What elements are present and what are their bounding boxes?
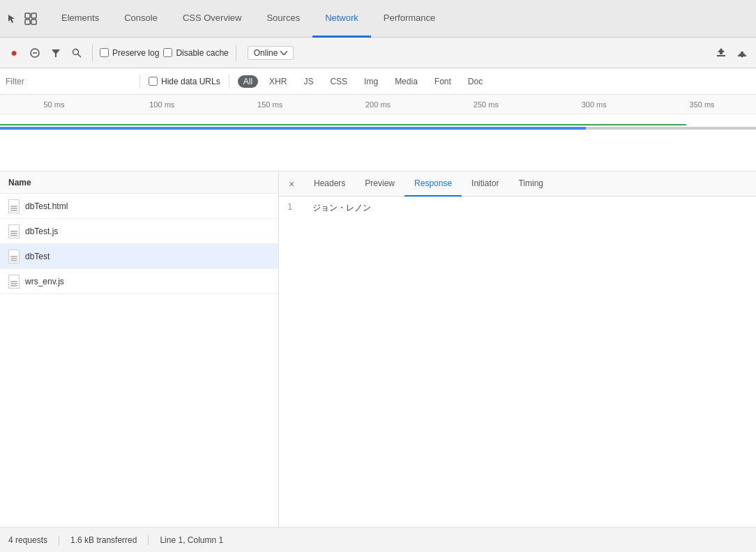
disable-cache-label: Disable cache: [176, 48, 228, 58]
svg-point-7: [73, 49, 79, 54]
filter-img-button[interactable]: Img: [358, 75, 384, 88]
tick-150ms: 150 ms: [216, 100, 324, 109]
timeline-green-line: [0, 124, 686, 125]
file-icon: [8, 250, 20, 263]
filter-media-button[interactable]: Media: [389, 75, 423, 88]
toolbar-divider-2: [236, 45, 236, 61]
toolbar: ● Preserve log Disable cache Online: [0, 38, 756, 68]
timeline-area: 50 ms 100 ms 150 ms 200 ms 250 ms 300 ms…: [0, 95, 756, 171]
tab-elements[interactable]: Elements: [49, 0, 112, 38]
tick-50ms: 50 ms: [0, 100, 108, 109]
response-tab-headers[interactable]: Headers: [304, 171, 355, 197]
file-name-wrs-env-js: wrs_env.js: [25, 277, 64, 286]
line-number: 1: [287, 202, 301, 521]
svg-marker-10: [718, 48, 725, 54]
tab-sources[interactable]: Sources: [254, 0, 312, 38]
tab-css-overview[interactable]: CSS Overview: [170, 0, 255, 38]
svg-rect-3: [31, 20, 36, 24]
download-button[interactable]: [734, 45, 750, 61]
filter-all-button[interactable]: All: [238, 75, 258, 88]
preserve-log-group[interactable]: Preserve log: [100, 48, 159, 58]
svg-rect-2: [25, 20, 30, 24]
disable-cache-checkbox[interactable]: [163, 48, 172, 57]
inspect-icon[interactable]: [24, 12, 38, 26]
file-icon: [8, 275, 20, 289]
svg-rect-0: [25, 13, 30, 18]
file-name-dbtest-html: dbTest.html: [25, 201, 68, 211]
svg-rect-9: [717, 55, 725, 56]
online-select[interactable]: Online: [248, 46, 294, 60]
file-name-dbtest-js: dbTest.js: [25, 227, 58, 236]
cursor-icon[interactable]: [6, 12, 20, 26]
record-button[interactable]: ●: [6, 45, 22, 61]
tick-350ms: 350 ms: [648, 100, 756, 109]
filter-button[interactable]: [47, 45, 64, 61]
timeline-graph: [0, 114, 756, 171]
filter-input[interactable]: [6, 73, 131, 90]
tick-200ms: 200 ms: [324, 100, 432, 109]
response-tab-preview[interactable]: Preview: [355, 171, 405, 197]
response-tab-response[interactable]: Response: [405, 171, 462, 197]
filter-font-button[interactable]: Font: [429, 75, 457, 88]
response-tab-initiator[interactable]: Initiator: [462, 171, 508, 197]
upload-button[interactable]: [713, 45, 729, 61]
filter-type-divider: [229, 75, 229, 89]
file-list-pane: Name dbTest.html dbTest.js: [0, 171, 279, 527]
tick-250ms: 250 ms: [432, 100, 540, 109]
file-item-wrs-env-js[interactable]: wrs_env.js: [0, 269, 278, 294]
svg-marker-6: [52, 49, 60, 57]
online-label: Online: [254, 48, 278, 58]
search-button[interactable]: [68, 45, 85, 61]
filter-js-button[interactable]: JS: [298, 75, 319, 88]
stop-button[interactable]: [27, 45, 43, 61]
svg-marker-12: [739, 52, 746, 58]
svg-rect-1: [31, 13, 36, 18]
filter-divider: [139, 75, 140, 89]
filter-xhr-button[interactable]: XHR: [264, 75, 292, 88]
disable-cache-group[interactable]: Disable cache: [163, 48, 228, 58]
file-item-dbtest-html[interactable]: dbTest.html: [0, 194, 278, 219]
timeline-ruler: 50 ms 100 ms 150 ms 200 ms 250 ms 300 ms…: [0, 95, 756, 114]
timeline-gray-line: [586, 127, 756, 130]
timeline-blue-line: [0, 127, 586, 130]
preserve-log-checkbox[interactable]: [100, 48, 109, 57]
file-icon: [8, 199, 20, 213]
status-transferred: 1.6 kB transferred: [59, 535, 149, 545]
tick-100ms: 100 ms: [108, 100, 216, 109]
svg-line-8: [78, 54, 82, 57]
response-pane: × Headers Preview Response Initiator Tim…: [279, 171, 756, 527]
status-requests: 4 requests: [8, 535, 59, 545]
status-position: Line 1, Column 1: [149, 535, 223, 545]
tab-bar: Elements Console CSS Overview Sources Ne…: [0, 0, 756, 38]
response-tab-timing[interactable]: Timing: [508, 171, 553, 197]
preserve-log-label: Preserve log: [112, 48, 159, 58]
file-list-header: Name: [0, 171, 278, 194]
tick-300ms: 300 ms: [540, 100, 648, 109]
hide-data-urls-group[interactable]: Hide data URLs: [149, 77, 220, 86]
devtools-icons: [6, 12, 38, 26]
file-item-dbtest-js[interactable]: dbTest.js: [0, 219, 278, 244]
filter-doc-button[interactable]: Doc: [462, 75, 488, 88]
tab-performance[interactable]: Performance: [371, 0, 448, 38]
tab-console[interactable]: Console: [112, 0, 170, 38]
tab-network[interactable]: Network: [312, 0, 371, 38]
response-tabs: × Headers Preview Response Initiator Tim…: [279, 171, 756, 197]
filter-bar: Hide data URLs All XHR JS CSS Img Media …: [0, 68, 756, 95]
filter-css-button[interactable]: CSS: [324, 75, 353, 88]
status-bar: 4 requests 1.6 kB transferred Line 1, Co…: [0, 527, 756, 552]
response-content: 1 ジョン・レノン: [279, 197, 756, 527]
hide-data-urls-checkbox[interactable]: [149, 77, 158, 86]
close-button[interactable]: ×: [282, 174, 301, 194]
response-text: ジョン・レノン: [312, 202, 371, 521]
main-content: Name dbTest.html dbTest.js: [0, 171, 756, 527]
file-icon: [8, 224, 20, 238]
hide-data-urls-label: Hide data URLs: [161, 77, 220, 86]
file-name-dbtest: dbTest: [25, 252, 50, 261]
file-item-dbtest[interactable]: dbTest: [0, 244, 278, 269]
toolbar-divider-1: [92, 45, 93, 61]
